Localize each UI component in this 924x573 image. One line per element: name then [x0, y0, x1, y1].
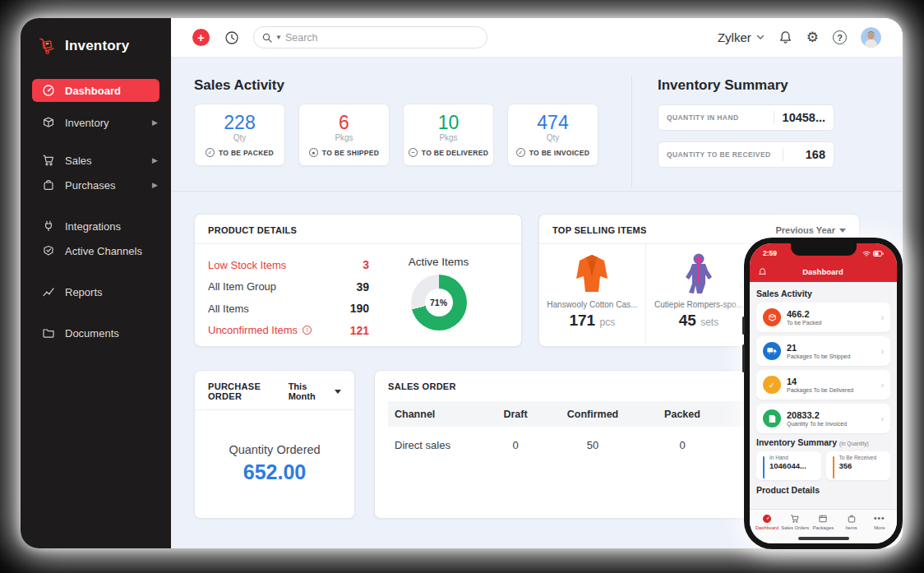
top-selling-period-dropdown[interactable]: Previous Year: [775, 225, 846, 235]
check-icon: ✓: [763, 376, 781, 394]
chevron-down-icon: [335, 390, 341, 394]
phone-in-hand-card[interactable]: In Hand 1046044...: [756, 451, 821, 480]
phone-to-be-shipped-card[interactable]: 21 Packages To be Shipped ›: [756, 336, 890, 366]
dashboard-icon: [762, 514, 772, 524]
accent-bar: [763, 456, 765, 478]
chevron-right-icon: ›: [881, 313, 884, 322]
chevron-down-icon: [839, 229, 846, 233]
handtruck-logo-icon: [37, 36, 57, 56]
chevron-right-icon: ▶: [152, 118, 158, 127]
search-scope-caret-icon[interactable]: ▼: [275, 34, 282, 41]
global-search[interactable]: ▼: [253, 26, 487, 49]
sidebar-item-integrations[interactable]: Integrations: [21, 214, 171, 238]
help-icon[interactable]: ?: [833, 30, 847, 44]
all-item-group-row: All Item Group 39: [208, 276, 369, 298]
sidebar-item-reports[interactable]: Reports: [21, 280, 171, 304]
dash-circle-icon: −: [409, 148, 418, 157]
cart-icon: [790, 514, 800, 524]
phone-sales-activity-title: Sales Activity: [756, 289, 890, 298]
app-title: Inventory: [65, 38, 129, 54]
phone-to-be-packed-card[interactable]: 466.2 To be Packed ›: [756, 303, 890, 332]
to-be-packed-card[interactable]: 228 Qty ✓TO BE PACKED: [194, 104, 285, 166]
quantity-in-hand-row[interactable]: QUANTITY IN HAND 10458...: [658, 104, 834, 131]
sidebar-item-active-channels[interactable]: Active Channels: [21, 238, 171, 263]
sidebar-item-inventory[interactable]: Inventory ▶: [21, 110, 171, 135]
sales-activity-title: Sales Activity: [194, 77, 284, 94]
chevron-right-icon: ▶: [152, 181, 158, 189]
topbar: + ▼ Zylker ⚙: [171, 18, 903, 58]
inventory-summary-title: Inventory Summary: [658, 77, 788, 94]
all-items-row: All Items 190: [208, 298, 369, 320]
unconfirmed-items-row: Unconfirmed Items! 121: [208, 320, 369, 342]
sidebar-item-dashboard[interactable]: Dashboard: [32, 79, 159, 102]
check-circle-icon: ✓: [516, 148, 525, 157]
sales-order-title: SALES ORDER: [388, 381, 456, 391]
product-image-purple-romper: [681, 251, 717, 298]
phone-inventory-summary-title: Inventory Summary (In Quantity): [756, 437, 890, 447]
top-selling-item-1[interactable]: Hanswooly Cotton Cas... 171 pcs: [539, 244, 646, 344]
sidebar-item-sales[interactable]: Sales ▶: [21, 148, 171, 173]
bag-icon: [847, 514, 857, 524]
package-icon: [818, 514, 828, 524]
to-be-invoiced-card[interactable]: 474 Qty ✓TO BE INVOICED: [507, 104, 598, 166]
chevron-down-icon: [756, 35, 765, 40]
product-image-orange-jacket: [568, 251, 616, 298]
package-icon: [763, 308, 781, 326]
to-be-shipped-card[interactable]: 6 Pkgs ●TO BE SHIPPED: [298, 104, 390, 166]
check-circle-icon: ✓: [206, 148, 215, 157]
phone-body: Sales Activity 466.2 To be Packed › 21 P…: [750, 282, 897, 543]
product-details-title: PRODUCT DETAILS: [208, 225, 297, 235]
plug-icon: [42, 219, 55, 233]
low-stock-items-row: Low Stock Items 3: [208, 254, 369, 276]
inventory-box-icon: [42, 116, 55, 129]
recent-history-icon[interactable]: [224, 30, 240, 46]
chevron-right-icon: ›: [881, 381, 884, 390]
chart-icon: [42, 285, 55, 298]
dashboard-icon: [42, 84, 55, 97]
section-divider: [631, 76, 632, 187]
phone-tab-dashboard[interactable]: Dashboard: [753, 514, 781, 543]
to-be-delivered-card[interactable]: 10 Pkgs −TO BE DELIVERED: [403, 104, 494, 166]
purchase-order-period-dropdown[interactable]: This Month: [289, 381, 341, 401]
user-avatar[interactable]: [861, 27, 881, 48]
org-switcher[interactable]: Zylker: [718, 30, 765, 44]
invoice-icon: [763, 409, 781, 427]
phone-to-be-received-card[interactable]: To Be Received 356: [826, 451, 891, 480]
sidebar-item-purchases[interactable]: Purchases ▶: [21, 173, 171, 197]
product-details-card: PRODUCT DETAILS Low Stock Items 3 All It…: [194, 214, 522, 347]
active-items-chart: Active Items 71%: [369, 254, 508, 341]
truck-icon: [763, 342, 781, 360]
phone-home-indicator[interactable]: [798, 537, 849, 540]
info-icon: !: [303, 326, 312, 335]
notifications-bell-icon[interactable]: [778, 30, 792, 44]
horizontal-divider: [171, 191, 903, 192]
search-input[interactable]: [285, 32, 478, 44]
chevron-right-icon: ›: [881, 347, 884, 356]
chevron-right-icon: ›: [881, 414, 884, 423]
accent-bar: [833, 456, 834, 478]
settings-gear-icon[interactable]: ⚙: [806, 30, 819, 44]
bag-icon: [42, 178, 55, 192]
quick-create-button[interactable]: +: [192, 29, 210, 46]
sidebar: Inventory Dashboard Inventory ▶: [21, 18, 171, 548]
sidebar-item-documents[interactable]: Documents: [21, 321, 171, 345]
quantity-to-be-received-row[interactable]: QUANTITY TO BE RECEIVED 168: [658, 141, 834, 168]
phone-clock: 2:59: [763, 249, 777, 257]
folder-icon: [42, 326, 55, 340]
battery-icon: [873, 251, 884, 256]
sales-activity-cards: 228 Qty ✓TO BE PACKED 6 Pkgs ●TO BE SHIP…: [194, 104, 598, 166]
bell-icon[interactable]: [758, 267, 767, 277]
active-items-label: Active Items: [409, 256, 469, 268]
cart-icon: [42, 154, 55, 167]
phone-to-be-invoiced-card[interactable]: 20833.2 Quantity To be Invoiced ›: [756, 404, 890, 433]
phone-notch: [791, 243, 857, 256]
purchase-order-card: PURCHASE ORDER This Month Quantity Order…: [194, 370, 355, 519]
app-logo[interactable]: Inventory: [21, 18, 171, 56]
active-items-donut[interactable]: 71%: [411, 275, 467, 330]
top-selling-item-2[interactable]: Cutiepie Rompers-spo... 45 sets: [646, 244, 753, 344]
phone-tab-more[interactable]: ••• More: [866, 514, 894, 543]
purchase-order-title: PURCHASE ORDER: [208, 381, 289, 401]
phone-to-be-delivered-card[interactable]: ✓ 14 Packages To be Delivered ›: [756, 370, 890, 400]
sidebar-menu: Dashboard Inventory ▶ Sales ▶: [21, 79, 171, 345]
phone-page-title: Dashboard: [767, 267, 879, 276]
